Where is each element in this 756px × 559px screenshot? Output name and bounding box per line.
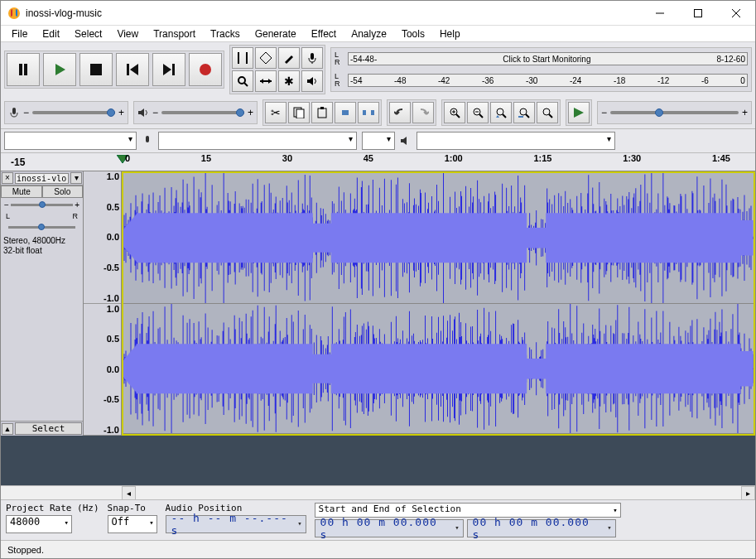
svg-marker-12	[163, 64, 171, 75]
copy-button[interactable]	[288, 102, 310, 123]
menu-tracks[interactable]: Tracks	[203, 27, 248, 41]
undo-button[interactable]	[389, 102, 411, 123]
selection-start-display[interactable]: 00 h 00 m 00.000 s	[315, 519, 464, 537]
envelope-tool[interactable]	[255, 47, 277, 69]
scroll-right-button[interactable]: ▸	[741, 486, 755, 500]
draw-tool[interactable]	[278, 47, 300, 69]
menu-tools[interactable]: Tools	[394, 27, 432, 41]
track-menu-button[interactable]: ▾	[70, 172, 82, 184]
silence-button[interactable]	[358, 102, 379, 123]
waveform-display[interactable]	[122, 171, 755, 436]
svg-rect-31	[342, 110, 349, 115]
window-title: inossi-vlog-music	[26, 7, 641, 19]
menu-generate[interactable]: Generate	[248, 27, 304, 41]
svg-marker-26	[138, 108, 144, 117]
cut-button[interactable]: ✂	[265, 102, 287, 123]
zoom-out-button[interactable]	[467, 102, 489, 123]
record-button[interactable]	[189, 53, 222, 86]
tools-toolbar: ✱	[229, 45, 325, 94]
svg-rect-33	[371, 110, 374, 115]
track-pan-slider[interactable]	[8, 226, 75, 229]
svg-rect-32	[363, 110, 366, 115]
svg-rect-17	[311, 53, 314, 60]
menu-analyze[interactable]: Analyze	[344, 27, 394, 41]
project-rate-select[interactable]: 48000	[6, 515, 72, 533]
playback-device-select[interactable]	[417, 132, 615, 150]
svg-rect-11	[172, 64, 175, 75]
timeline-ruler[interactable]: -15 0 15 30 45 1:00 1:15 1:30 1:45	[1, 153, 755, 171]
menu-select[interactable]: Select	[67, 27, 109, 41]
minimize-button[interactable]	[641, 1, 679, 26]
selection-end-display[interactable]: 00 h 00 m 00.000 s	[467, 519, 616, 537]
svg-marker-49	[574, 108, 584, 118]
svg-marker-51	[401, 137, 407, 145]
svg-point-47	[543, 108, 550, 115]
track-name[interactable]: inossi-vlo	[15, 173, 69, 184]
svg-rect-30	[320, 107, 324, 109]
recording-meter[interactable]: LR -54 -48 - Click to Start Monitoring 8…	[330, 47, 752, 92]
transport-toolbar	[4, 51, 224, 89]
paste-button[interactable]	[311, 102, 333, 123]
play-button[interactable]	[43, 53, 76, 86]
fit-selection-button[interactable]	[490, 102, 512, 123]
stop-button[interactable]	[79, 53, 113, 86]
track-gain-slider[interactable]	[11, 204, 73, 206]
playback-volume-slider[interactable]	[161, 111, 244, 114]
playback-meter[interactable]: -54 -48 -42 -36 -30 -24 -18 -12 -6 0	[348, 74, 748, 87]
menu-file[interactable]: File	[4, 27, 35, 41]
timeshift-tool[interactable]	[255, 70, 277, 92]
svg-marker-22	[260, 79, 263, 84]
track-select-button[interactable]: Select	[15, 422, 82, 435]
svg-point-19	[238, 77, 245, 84]
multi-tool[interactable]: ✱	[278, 70, 300, 92]
horizontal-scrollbar[interactable]: ◂ ▸	[1, 485, 755, 499]
scroll-left-button[interactable]: ◂	[122, 486, 136, 500]
playback-speed-slider[interactable]	[610, 111, 739, 114]
trim-button[interactable]	[335, 102, 356, 123]
svg-rect-5	[19, 64, 22, 75]
app-logo-icon	[7, 7, 21, 20]
menu-edit[interactable]: Edit	[35, 27, 67, 41]
mic-icon	[8, 107, 20, 118]
status-text: Stopped.	[7, 545, 44, 555]
audio-host-select[interactable]	[4, 132, 137, 150]
mic-icon	[142, 135, 153, 147]
svg-point-0	[8, 7, 20, 19]
maximize-button[interactable]	[679, 1, 717, 26]
zoom-tool[interactable]	[232, 70, 253, 92]
zoom-toggle-button[interactable]	[537, 102, 558, 123]
speaker-tool-icon[interactable]	[301, 70, 323, 92]
recording-device-select[interactable]	[158, 132, 357, 150]
play-at-speed-button[interactable]	[568, 102, 590, 123]
mute-button[interactable]: Mute	[1, 186, 42, 198]
zoom-in-button[interactable]	[444, 102, 465, 123]
svg-line-20	[244, 83, 248, 86]
recording-channels-select[interactable]	[362, 132, 395, 150]
skip-start-button[interactable]	[116, 53, 149, 86]
fit-project-button[interactable]	[513, 102, 535, 123]
menubar: File Edit Select View Transport Tracks G…	[1, 26, 755, 42]
track-close-button[interactable]: ×	[2, 172, 13, 184]
empty-track-area[interactable]	[1, 436, 755, 485]
svg-marker-24	[307, 77, 313, 85]
menu-effect[interactable]: Effect	[304, 27, 344, 41]
track-collapse-button[interactable]: ▲	[2, 423, 13, 435]
svg-rect-28	[296, 109, 304, 118]
svg-rect-25	[12, 108, 16, 114]
track-control-panel: × inossi-vlo ▾ Mute Solo −+ LR Stereo, 4…	[1, 171, 84, 436]
mic-tool-icon[interactable]	[301, 47, 323, 69]
skip-end-button[interactable]	[152, 53, 185, 86]
svg-rect-8	[90, 64, 102, 75]
selection-tool[interactable]	[232, 47, 253, 69]
menu-help[interactable]: Help	[432, 27, 468, 41]
close-button[interactable]	[717, 1, 755, 26]
menu-transport[interactable]: Transport	[146, 27, 203, 41]
audio-position-display[interactable]: -- h -- m --.--- s	[166, 515, 306, 533]
redo-button[interactable]	[412, 102, 434, 123]
svg-marker-16	[260, 52, 272, 64]
menu-view[interactable]: View	[109, 27, 146, 41]
solo-button[interactable]: Solo	[42, 186, 84, 198]
recording-volume-slider[interactable]	[32, 111, 115, 114]
pause-button[interactable]	[7, 53, 40, 86]
snap-to-select[interactable]: Off	[108, 515, 157, 533]
